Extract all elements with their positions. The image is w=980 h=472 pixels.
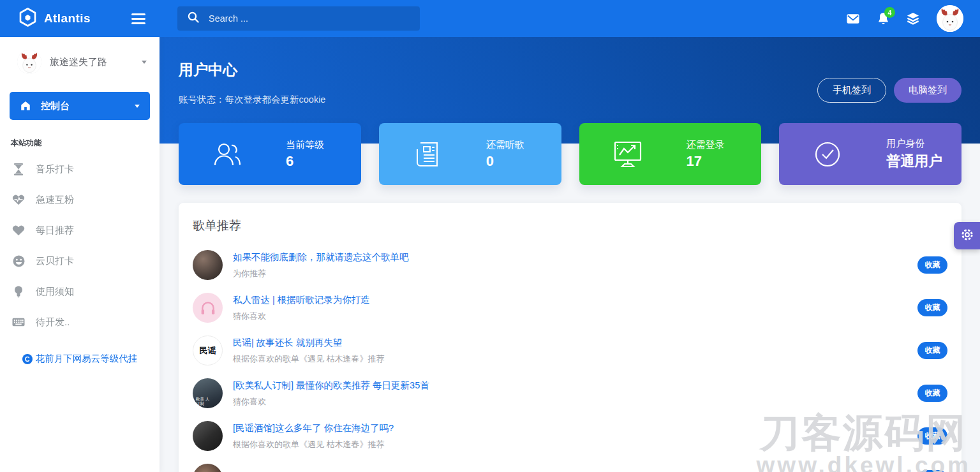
playlist-title-link[interactable]: 如果不能彻底删除，那就请遗忘这个歌单吧 bbox=[233, 251, 917, 263]
playlist-title-link[interactable]: [欧美私人订制] 最懂你的欧美推荐 每日更新35首 bbox=[233, 380, 917, 392]
stat-value: 普通用户 bbox=[886, 152, 942, 171]
sidebar-item-music-checkin[interactable]: 音乐打卡 bbox=[0, 154, 160, 184]
favorite-button[interactable]: 收藏 bbox=[917, 342, 947, 359]
smiley-icon bbox=[12, 254, 25, 267]
sidebar-item-label: 音乐打卡 bbox=[36, 163, 74, 175]
console-label: 控制台 bbox=[41, 100, 125, 112]
profile-username: 旅途迷失了路 bbox=[50, 56, 133, 68]
sidebar-item-yunbei-checkin[interactable]: 云贝打卡 bbox=[0, 246, 160, 276]
list-item: 民谣 民谣| 故事还长 就别再失望 根据你喜欢的歌单《遇见 枯木逢春》推荐 收藏 bbox=[193, 336, 947, 365]
stat-label: 还需登录 bbox=[687, 139, 725, 151]
navbar-main: 4 bbox=[160, 0, 980, 37]
list-item: 如果不能彻底删除，那就请遗忘这个歌单吧 为你推荐 收藏 bbox=[193, 250, 947, 280]
playlist-subtitle: 猜你喜欢 bbox=[233, 311, 917, 322]
playlist-subtitle: 根据你喜欢的歌单《遇见 枯木逢春》推荐 bbox=[233, 439, 917, 450]
favorite-button[interactable]: 收藏 bbox=[917, 256, 947, 274]
sidebar: 旅途迷失了路 控制台 本站功能 音乐打卡 bbox=[0, 37, 160, 472]
favorite-button[interactable]: 收藏 bbox=[917, 427, 947, 445]
pc-signin-button[interactable]: 电脑签到 bbox=[894, 78, 961, 103]
hourglass-icon bbox=[12, 163, 25, 175]
playlist-cover: 欧美 人订制 bbox=[193, 378, 223, 408]
playlist-title-link[interactable]: 私人雷达 | 根据听歌记录为你打造 bbox=[233, 294, 917, 306]
sidebar-section-label: 本站功能 bbox=[11, 138, 160, 149]
mail-icon[interactable] bbox=[847, 12, 859, 25]
playlist-cover bbox=[193, 293, 223, 323]
heartbeat-icon bbox=[12, 193, 25, 206]
list-item: 私人雷达 | 根据听歌记录为你打造 猜你喜欢 收藏 bbox=[193, 293, 947, 323]
sidebar-item-label: 云贝打卡 bbox=[36, 255, 74, 267]
stat-value: 6 bbox=[286, 153, 324, 170]
sidebar-item-label: 使用须知 bbox=[36, 286, 74, 298]
search-input[interactable] bbox=[209, 13, 410, 24]
stat-label: 当前等级 bbox=[286, 139, 324, 151]
sidebar-item-label: 待开发.. bbox=[36, 316, 70, 328]
settings-fab[interactable] bbox=[954, 222, 980, 249]
newspaper-icon bbox=[411, 138, 444, 171]
list-item: 欧美 人订制 [欧美私人订制] 最懂你的欧美推荐 每日更新35首 猜你喜欢 收藏 bbox=[193, 378, 947, 408]
playlist-cover-caption: 欧美 人订制 bbox=[196, 397, 212, 406]
heart-icon bbox=[12, 224, 25, 237]
phone-signin-button[interactable]: 手机签到 bbox=[817, 78, 886, 103]
bell-icon[interactable]: 4 bbox=[877, 12, 889, 25]
playlist-cover: 民谣 bbox=[193, 336, 223, 365]
playlist-cover bbox=[193, 421, 223, 451]
sidebar-item-fast-follow[interactable]: 急速互粉 bbox=[0, 184, 160, 215]
stat-value: 17 bbox=[687, 153, 725, 170]
sidebar-item-label: 每日推荐 bbox=[36, 225, 74, 237]
stat-card-current-level: 当前等级 6 bbox=[179, 123, 361, 185]
sidebar-item-daily-recommend[interactable]: 每日推荐 bbox=[0, 215, 160, 246]
check-circle-icon bbox=[811, 138, 844, 171]
page-title: 用户中心 bbox=[179, 60, 325, 80]
playlist-title-link[interactable]: [民谣酒馆]这么多年了 你住在海边了吗? bbox=[233, 422, 917, 434]
sidebar-item-in-development[interactable]: 待开发.. bbox=[0, 307, 160, 337]
search-bar[interactable] bbox=[177, 6, 420, 31]
list-item: 【华语集】好听到可以单曲循环·治愈 收藏 bbox=[193, 464, 947, 472]
chevron-down-icon bbox=[142, 61, 147, 64]
playlist-cover bbox=[193, 464, 223, 472]
gear-icon bbox=[960, 228, 974, 244]
stat-card-user-identity: 用户身份 普通用户 bbox=[779, 123, 961, 185]
brand-name: Atlantis bbox=[44, 11, 122, 26]
page-subtitle: 账号状态：每次登录都会更新cookie bbox=[179, 94, 325, 106]
sidebar-profile[interactable]: 旅途迷失了路 bbox=[0, 37, 160, 82]
page-header: 用户中心 账号状态：每次登录都会更新cookie 手机签到 电脑签到 bbox=[160, 37, 980, 106]
layers-icon[interactable] bbox=[907, 12, 919, 25]
sidebar-item-label: 急速互粉 bbox=[36, 194, 74, 206]
keyboard-icon bbox=[12, 316, 25, 328]
stat-label: 用户身份 bbox=[886, 138, 942, 150]
playlist-subtitle: 根据你喜欢的歌单《遇见 枯木逢春》推荐 bbox=[233, 353, 917, 365]
atlantis-logo-icon bbox=[19, 8, 36, 29]
chevron-down-icon bbox=[135, 105, 140, 108]
playlist-panel-title: 歌单推荐 bbox=[193, 218, 947, 234]
favorite-button[interactable]: 收藏 bbox=[917, 385, 947, 402]
brand: Atlantis bbox=[0, 0, 160, 37]
playlist-panel: 歌单推荐 如果不能彻底删除，那就请遗忘这个歌单吧 为你推荐 收藏 私人雷达 | … bbox=[179, 203, 961, 472]
monitor-chart-icon bbox=[611, 138, 644, 171]
navbar-icons: 4 bbox=[847, 5, 963, 32]
list-item: [民谣酒馆]这么多年了 你住在海边了吗? 根据你喜欢的歌单《遇见 枯木逢春》推荐… bbox=[193, 421, 947, 451]
users-icon bbox=[211, 138, 244, 171]
footer-link-label: 花前月下网易云等级代挂 bbox=[36, 353, 138, 365]
header-actions: 手机签到 电脑签到 bbox=[817, 78, 961, 106]
stat-card-songs-remaining: 还需听歌 0 bbox=[379, 123, 561, 185]
playlist-title-link[interactable]: 民谣| 故事还长 就别再失望 bbox=[233, 337, 917, 349]
playlist-cover bbox=[193, 250, 223, 280]
user-avatar[interactable] bbox=[937, 5, 963, 32]
favorite-button[interactable]: 收藏 bbox=[917, 299, 947, 316]
main-content: 用户中心 账号状态：每次登录都会更新cookie 手机签到 电脑签到 当前等级 … bbox=[160, 37, 980, 472]
sidebar-item-console[interactable]: 控制台 bbox=[10, 92, 150, 120]
sidebar-item-usage-notice[interactable]: 使用须知 bbox=[0, 276, 160, 307]
lightbulb-icon bbox=[12, 285, 25, 298]
stat-value: 0 bbox=[486, 153, 524, 170]
top-navbar: Atlantis bbox=[0, 0, 980, 37]
page-header-text: 用户中心 账号状态：每次登录都会更新cookie bbox=[179, 60, 325, 106]
sidebar-footer-link[interactable]: C 花前月下网易云等级代挂 bbox=[0, 353, 160, 365]
stat-cards: 当前等级 6 还需听歌 0 bbox=[179, 123, 961, 185]
hamburger-menu-icon[interactable] bbox=[130, 11, 147, 27]
stat-label: 还需听歌 bbox=[486, 139, 524, 151]
profile-avatar bbox=[17, 50, 41, 74]
home-icon bbox=[20, 100, 31, 112]
copyright-icon: C bbox=[22, 354, 33, 364]
search-icon bbox=[188, 11, 199, 26]
stat-card-logins-remaining: 还需登录 17 bbox=[579, 123, 762, 185]
